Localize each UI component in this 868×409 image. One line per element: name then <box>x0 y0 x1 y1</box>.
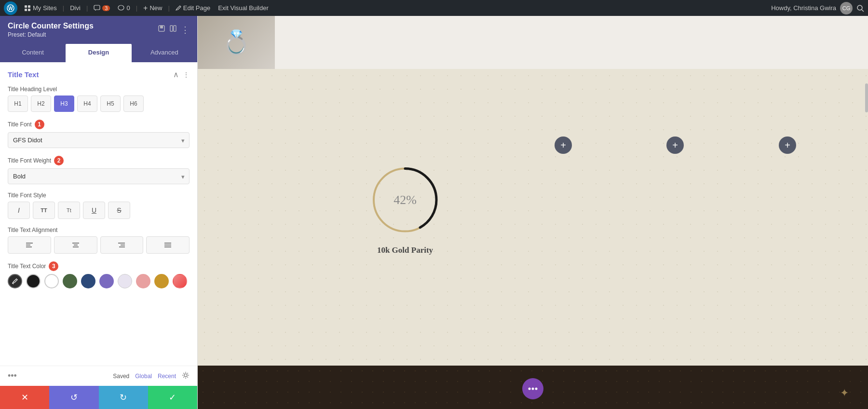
style-underline[interactable]: U <box>83 202 105 219</box>
new-label: New <box>149 4 162 12</box>
color-swatch-green[interactable] <box>63 274 77 288</box>
title-text-alignment-buttons <box>8 236 190 254</box>
svg-point-8 <box>857 5 862 10</box>
edit-page-link[interactable]: Edit Page <box>173 0 213 16</box>
section-title: Title Text <box>8 70 39 79</box>
howdy-label: Howdy, Christina Gwira <box>771 4 836 12</box>
svg-point-32 <box>532 388 534 390</box>
wp-logo-icon[interactable]: W <box>4 1 17 15</box>
add-column-btn-1[interactable]: + <box>555 136 572 154</box>
undo-button[interactable]: ↺ <box>49 386 98 409</box>
title-font-style-buttons: I TT Tt U S <box>8 202 190 219</box>
avatar[interactable]: CG <box>840 2 853 14</box>
color-swatch-white[interactable] <box>44 274 59 288</box>
speech-bubble-link[interactable]: 0 <box>115 0 133 16</box>
canvas-top-image: 💍 <box>198 16 868 69</box>
section-more-icon[interactable]: ⋮ <box>183 71 190 79</box>
color-swatch-light-purple[interactable] <box>118 274 132 288</box>
more-dots-btn[interactable]: ••• <box>8 371 17 381</box>
gold-rings-image: 💍 <box>222 29 251 56</box>
tabs-row: Content Design Advanced <box>0 44 197 62</box>
style-italic[interactable]: I <box>8 202 30 219</box>
heading-btn-h6[interactable]: H6 <box>123 95 144 112</box>
heading-btn-h4[interactable]: H4 <box>77 95 97 112</box>
global-btn[interactable]: Global <box>135 373 152 380</box>
heading-btn-h3[interactable]: H3 <box>54 95 74 112</box>
style-tt-upper[interactable]: TT <box>33 202 55 219</box>
divi-label: Divi <box>70 4 81 12</box>
circle-counter-label: 10k Gold Parity <box>377 245 433 255</box>
align-right[interactable] <box>100 236 144 254</box>
panel-content: Title Text ∧ ⋮ Title Heading Level H1 H2… <box>0 62 197 366</box>
svg-rect-5 <box>28 9 30 11</box>
heading-btn-h5[interactable]: H5 <box>100 95 121 112</box>
canvas-thumbnail: 💍 <box>198 16 275 69</box>
divi-link[interactable]: Divi <box>67 0 83 16</box>
color-swatch-pink[interactable] <box>136 274 150 288</box>
my-sites-link[interactable]: My Sites <box>21 0 60 16</box>
recent-btn[interactable]: Recent <box>158 373 176 380</box>
panel-more-icon[interactable]: ⋮ <box>181 25 190 35</box>
color-swatch-gold[interactable] <box>154 274 169 288</box>
align-justify[interactable] <box>146 236 190 254</box>
svg-line-26 <box>13 283 14 284</box>
panel-preset[interactable]: Preset: Default <box>8 31 94 38</box>
new-link[interactable]: + New <box>140 0 165 16</box>
style-tt-lower[interactable]: Tt <box>58 202 80 219</box>
color-swatch-pencil[interactable] <box>8 274 22 288</box>
panel-expand-icon[interactable] <box>158 25 165 35</box>
heading-level-group: Title Heading Level H1 H2 H3 H4 H5 H6 <box>8 86 190 112</box>
speech-count: 0 <box>126 4 130 12</box>
canvas-main[interactable]: 42% 10k Gold Parity + + + + <box>198 69 868 366</box>
font-badge: 1 <box>35 120 44 129</box>
color-swatch-blue[interactable] <box>81 274 95 288</box>
my-sites-label: My Sites <box>33 4 57 12</box>
title-font-label: Title Font 1 <box>8 120 190 129</box>
purple-dot-menu[interactable] <box>522 378 543 399</box>
cancel-button[interactable]: ✕ <box>0 386 49 409</box>
title-font-style-label: Title Font Style <box>8 192 190 199</box>
heading-btn-h2[interactable]: H2 <box>31 95 51 112</box>
heading-levels: H1 H2 H3 H4 H5 H6 <box>8 95 190 112</box>
svg-rect-2 <box>25 5 27 8</box>
exit-builder-label: Exit Visual Builder <box>218 4 269 12</box>
title-font-weight-group: Title Font Weight 2 Bold <box>8 156 190 184</box>
comments-link[interactable]: 3 <box>91 0 113 16</box>
tab-content[interactable]: Content <box>0 44 66 62</box>
style-strikethrough[interactable]: S <box>108 202 130 219</box>
exit-visual-builder-link[interactable]: Exit Visual Builder <box>215 0 271 16</box>
panel-header: Circle Counter Settings Preset: Default … <box>0 16 197 44</box>
title-font-select[interactable]: GFS Didot <box>8 132 190 148</box>
main-layout: Circle Counter Settings Preset: Default … <box>0 16 868 409</box>
tab-advanced[interactable]: Advanced <box>132 44 197 62</box>
svg-rect-3 <box>28 5 30 8</box>
circle-counter-widget: 42% 10k Gold Parity <box>366 161 444 255</box>
tab-design[interactable]: Design <box>66 44 131 62</box>
align-center[interactable] <box>54 236 97 254</box>
add-column-btn-2[interactable]: + <box>666 136 684 154</box>
align-left[interactable] <box>8 236 51 254</box>
scroll-handle[interactable] <box>865 83 868 112</box>
title-font-weight-select[interactable]: Bold <box>8 168 190 184</box>
gear-icon[interactable] <box>182 371 190 381</box>
title-font-style-group: Title Font Style I TT Tt U S <box>8 192 190 219</box>
redo-button[interactable]: ↻ <box>99 386 148 409</box>
title-text-color-group: Title Text Color 3 <box>8 261 190 288</box>
title-font-weight-label: Title Font Weight 2 <box>8 156 190 165</box>
saved-btn[interactable]: Saved <box>113 373 129 380</box>
svg-point-31 <box>529 388 531 390</box>
svg-rect-13 <box>174 26 176 31</box>
color-badge: 3 <box>49 261 58 271</box>
svg-text:42%: 42% <box>393 192 417 206</box>
add-column-btn-3[interactable]: + <box>779 136 796 154</box>
color-swatch-purple[interactable] <box>99 274 114 288</box>
panel-layout-icon[interactable] <box>169 25 177 35</box>
color-swatch-red-gradient[interactable] <box>173 274 187 288</box>
heading-btn-h1[interactable]: H1 <box>8 95 28 112</box>
title-font-weight-select-wrapper: Bold <box>8 168 190 184</box>
title-text-color-label: Title Text Color 3 <box>8 261 190 271</box>
save-button[interactable]: ✓ <box>148 386 197 409</box>
section-collapse-icon[interactable]: ∧ <box>173 70 179 79</box>
search-icon[interactable] <box>856 4 864 12</box>
color-swatch-black[interactable] <box>26 274 41 288</box>
